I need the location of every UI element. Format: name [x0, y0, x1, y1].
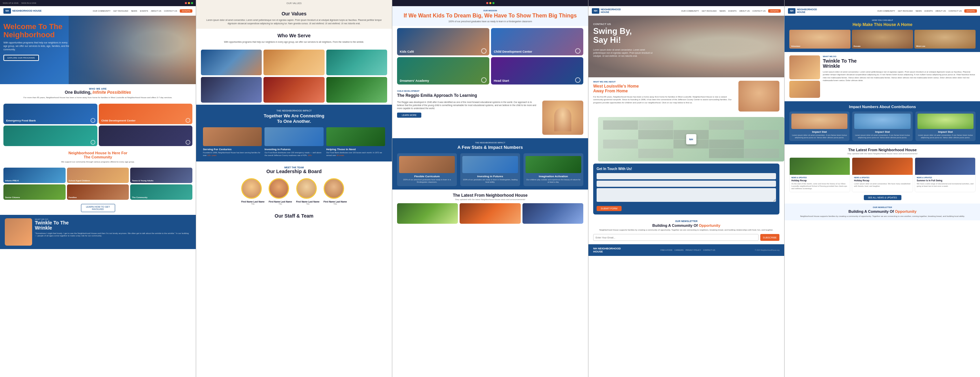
nav-about-4[interactable]: ABOUT US: [739, 10, 750, 12]
footer-copyright: © 2024 NeighborhoodHouse.org: [755, 249, 780, 251]
form-message-input[interactable]: [597, 188, 776, 202]
footer-link-careers[interactable]: CAREERS: [675, 249, 684, 251]
six-card-infants[interactable]: Infants-PRE-K: [3, 168, 65, 183]
nav-events[interactable]: EVENTS: [140, 10, 148, 12]
program-card-child-dev[interactable]: Child Development Center ›: [99, 104, 193, 124]
p5-ic-photo-2: [854, 113, 910, 129]
close-icon[interactable]: [185, 2, 187, 4]
nav-5-news[interactable]: NEWS: [915, 10, 921, 12]
nav-5-contact[interactable]: CONTACT US: [948, 10, 961, 12]
nav-news[interactable]: NEWS: [131, 10, 137, 12]
program-circle-2: ›: [186, 118, 190, 123]
six-card-school[interactable]: School Aged Children: [67, 168, 129, 183]
team-label: MEET THE TEAM: [203, 166, 385, 169]
p5-news-card-2: NEWS & UPDATES Holiday Recap Lorem ipsum…: [852, 157, 913, 192]
logo[interactable]: NH NEIGHBORHOOD HOUSE: [3, 8, 42, 14]
reggio-learn-more-button[interactable]: LEARN MORE: [397, 113, 421, 118]
wish-list-photo[interactable]: Wish List: [915, 30, 975, 49]
donate-button-5[interactable]: DONATE: [964, 9, 977, 13]
logo-4[interactable]: NH NEIGHBORHOODHOUSE: [592, 8, 621, 14]
donate-button[interactable]: DONATE: [180, 9, 192, 13]
p3-stat-title-3: Imagination Activation: [525, 175, 581, 178]
maximize-icon-3[interactable]: [492, 2, 495, 4]
how-help-title: Help Make This House A Home: [789, 22, 975, 27]
impact-card-title-3: Helping Those In Need: [326, 148, 385, 151]
nav-community[interactable]: OUR COMMUNITY: [93, 10, 111, 12]
topbar-2: OUR VALUES: [196, 0, 392, 6]
p3-news-section: The Latest From Neighborhood House Stay …: [392, 190, 588, 227]
nav-about[interactable]: ABOUT US: [151, 10, 161, 12]
p3-prog-kids-cafe[interactable]: Kids Café: [397, 28, 489, 56]
staff-title: Our Staff & Team: [203, 213, 385, 219]
newsletter-email-input[interactable]: [593, 234, 759, 241]
nav-links-5: OUR COMMUNITY GET INVOLVED NEWS EVENTS A…: [878, 9, 977, 13]
p5-twinkle-images: [789, 56, 820, 98]
topbar-links: SIGN UP & GIVE SIGN IN & GIVE: [3, 2, 36, 4]
footer-link-food[interactable]: FIND A FOOD: [660, 249, 673, 251]
p3-prog-head-start[interactable]: Head Start: [491, 57, 583, 85]
p3-stat-1: Flexible Curriculum 100% of our preschoo…: [397, 153, 457, 186]
learn-involved-button[interactable]: LEARN HOW TO GET INVOLVED: [81, 204, 115, 212]
neighborhood-sub: We support our community through various…: [5, 160, 191, 163]
logo-5[interactable]: NH NEIGHBORHOODHOUSE: [788, 8, 817, 14]
six-card-seniors[interactable]: Senior Citizens: [3, 184, 65, 200]
reggio-section: CHILD DEVELOPMENT The Reggio Emilia Appr…: [392, 86, 588, 138]
reggio-title: The Reggio Emilia Approach To Learning: [397, 93, 583, 98]
newsletter-section: OUR NEWSLETTER Building A Community Of O…: [589, 217, 784, 244]
p5-news-card-3: NEWS & UPDATES Summer Is In Full Swing W…: [915, 157, 975, 192]
minimize-icon[interactable]: [188, 2, 190, 4]
explore-programs-button[interactable]: EXPLORE OUR PROGRAMS: [3, 55, 39, 61]
six-card-families[interactable]: Families: [67, 184, 129, 200]
hero-title: Welcome To The Neighborhood: [3, 22, 72, 39]
nav-involved-4[interactable]: GET INVOLVED: [702, 10, 717, 12]
program-card-4[interactable]: ›: [99, 126, 193, 146]
p5-impact-card-3: Impact Stat Lorem ipsum dolor sit amet c…: [915, 112, 975, 141]
donate-button-4[interactable]: DONATE: [768, 9, 781, 13]
nav-events-4[interactable]: EVENTS: [728, 10, 737, 12]
see-all-news-button[interactable]: SEE ALL NEWS & UPDATES: [864, 195, 901, 200]
p3-prog-child-dev[interactable]: Child Development Center: [491, 28, 583, 56]
building-label: WHO WE ARE: [5, 88, 191, 90]
nav-5-involved[interactable]: GET INVOLVED: [898, 10, 913, 12]
nav-news-4[interactable]: NEWS: [719, 10, 725, 12]
nav-5-events[interactable]: EVENTS: [924, 10, 932, 12]
program-card-3[interactable]: ›: [3, 126, 97, 146]
impact-card-2: Investing in Futures Our Food Bank distr…: [264, 127, 323, 157]
avatar-photo-1: [241, 178, 262, 199]
p5-news-card-content-1: NEWS & UPDATES Holiday Recap As the star…: [790, 175, 850, 192]
nav-contact-4[interactable]: CONTACT US: [752, 10, 765, 12]
topbar-4: [589, 0, 784, 6]
p5-news-card-content-3: NEWS & UPDATES Summer Is In Full Swing W…: [915, 175, 975, 189]
form-email-input[interactable]: [597, 181, 776, 187]
p5-news-card-img-1: [790, 158, 850, 175]
donate-photo[interactable]: Donate: [852, 30, 913, 49]
maximize-icon[interactable]: [191, 2, 193, 4]
six-card-teens[interactable]: Teens & Young Adults: [130, 168, 192, 183]
p5-news-card-img-3: [915, 158, 975, 175]
program-card-food-bank[interactable]: Emergency Food Bank ›: [3, 104, 97, 124]
footer-link-privacy[interactable]: PRIVACY POLICY: [686, 249, 701, 251]
p3-stat-3: Imagination Activation Our children play…: [523, 153, 583, 186]
nav-community-4[interactable]: OUR COMMUNITY: [681, 10, 699, 12]
logo-box: NH: [3, 8, 11, 14]
form-submit-button[interactable]: SUBMIT FORM: [597, 206, 622, 211]
impact-photo-2: [264, 127, 323, 146]
nav-5-about[interactable]: ABOUT US: [935, 10, 946, 12]
volunteer-photo[interactable]: Volunteer: [789, 30, 851, 49]
topbar-link-signin[interactable]: SIGN IN & GIVE: [21, 2, 36, 4]
newsletter-subscribe-button[interactable]: SUBSCRIBE: [760, 234, 780, 241]
nav-involved[interactable]: GET INVOLVED: [113, 10, 129, 12]
form-name-input[interactable]: [597, 173, 776, 179]
p3-prog-dreamers[interactable]: Dreamers' Academy: [397, 57, 489, 85]
topbar-link-signup[interactable]: SIGN UP & GIVE: [3, 2, 19, 4]
footer-link-contact[interactable]: CONTACT US: [703, 249, 715, 251]
nav-5-community[interactable]: OUR COMMUNITY: [878, 10, 895, 12]
six-card-community[interactable]: The Community: [130, 184, 192, 200]
close-icon-3[interactable]: [486, 2, 488, 4]
p5-building-community: OUR NEWSLETTER Building A Community Of O…: [784, 204, 980, 220]
avatar-photo-4: [324, 178, 344, 199]
photo-grid: [196, 48, 392, 105]
minimize-icon-3[interactable]: [489, 2, 492, 4]
photo-6: [326, 77, 387, 103]
nav-contact[interactable]: CONTACT US: [164, 10, 177, 12]
